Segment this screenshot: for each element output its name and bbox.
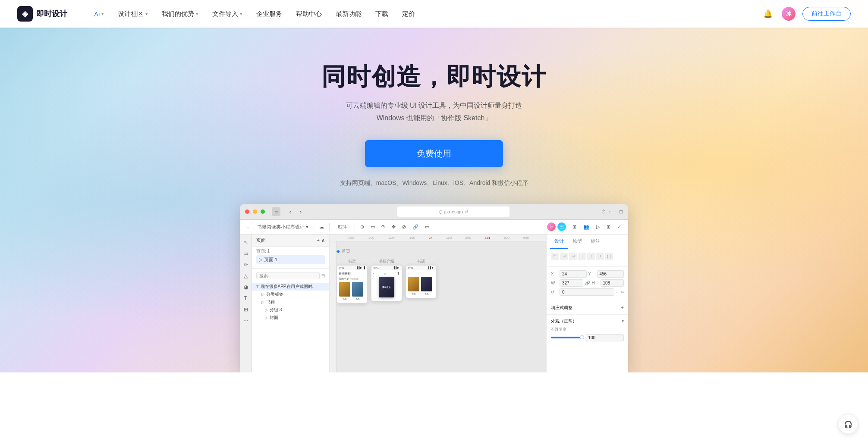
align-top[interactable]: ⊤	[578, 253, 586, 260]
nav-item-download[interactable]: 下载	[369, 7, 394, 21]
panel-tab-annotation[interactable]: 标注	[586, 235, 604, 249]
opacity-value[interactable]: 100	[586, 334, 624, 341]
free-use-button[interactable]: 免费使用	[365, 140, 503, 167]
flip-icon[interactable]: ⇔	[620, 290, 624, 294]
toolbar-collab-btn[interactable]: 👥	[581, 223, 592, 231]
sidebar-icon-image[interactable]: ⊞	[242, 305, 250, 314]
opacity-slider-thumb[interactable]	[580, 335, 584, 339]
align-center-v[interactable]: ⊥	[587, 253, 595, 260]
tool-hand[interactable]: ✥	[389, 223, 398, 231]
tree-icon-folder-3: ▷	[261, 300, 264, 304]
sidebar-icon-shape[interactable]: △	[242, 272, 250, 280]
nav-item-community[interactable]: 设计社区 ▾	[112, 7, 154, 21]
browser-plus-icon[interactable]: +	[614, 209, 616, 214]
toolbar-image-btn[interactable]: ⊞	[570, 223, 579, 231]
tree-item-1[interactable]: T 现在很多APP在用户截图时...	[252, 283, 329, 291]
tool-frame[interactable]: ▭	[368, 223, 377, 231]
phone-frame-3[interactable]: 9:41 ▐▐ ▶ ‹	[406, 265, 437, 298]
canvas-frame-label: ◆ 首页	[337, 248, 539, 254]
toolbar-menu-btn[interactable]: ≡	[244, 223, 252, 231]
browser-back-btn[interactable]: ‹	[286, 207, 295, 216]
book-cover-title1: 森林之火	[382, 286, 391, 289]
y-value[interactable]: 456	[597, 270, 624, 278]
zoom-minus[interactable]: −	[332, 225, 337, 229]
page-item-1[interactable]: ▷ 页面 1	[256, 255, 325, 264]
opacity-slider[interactable]	[551, 337, 584, 338]
nav-item-advantages[interactable]: 我们的优势 ▾	[156, 7, 204, 21]
h-value[interactable]: 108	[601, 279, 624, 287]
tree-item-4[interactable]: ▷ 分组 3	[252, 306, 329, 314]
rotation-value[interactable]: 0	[560, 288, 614, 296]
browser-share-icon[interactable]: ⏱	[601, 209, 606, 214]
nav-item-new[interactable]: 最新功能	[330, 7, 368, 21]
align-center-h[interactable]: ⊣	[560, 253, 568, 260]
nav-item-enterprise[interactable]: 企业服务	[250, 7, 288, 21]
phone-frame-2[interactable]: 9:41 ▐▐ ▶ ‹ ▷ ⬆	[371, 265, 402, 301]
toolbar-check-btn[interactable]: ✓	[615, 223, 624, 231]
align-left[interactable]: ⊢	[551, 253, 559, 260]
nav-enterprise-label: 企业服务	[256, 10, 282, 18]
book-title-3a: 书名	[412, 292, 416, 295]
toolbar-mode-btn[interactable]: ☁	[317, 223, 327, 231]
sidebar-icon-pen[interactable]: ✏	[242, 260, 250, 269]
sidebar-icon-blob[interactable]: ◕	[242, 283, 250, 291]
browser-address-bar[interactable]: ⬡ js.design ↺	[397, 206, 509, 217]
sidebar-icon-more[interactable]: ⋯	[242, 316, 250, 325]
sidebar-icon-text[interactable]: T	[242, 294, 250, 303]
layers-collapse-icon[interactable]: ∧	[321, 238, 325, 243]
search-input[interactable]	[256, 272, 320, 279]
appearance-chevron[interactable]: ▾	[622, 319, 624, 323]
browser-download-icon[interactable]: ↑	[609, 209, 611, 214]
app-canvas[interactable]: -400 -300 -200 -100 24 100 200 351 500 6…	[330, 235, 546, 372]
filter-icon[interactable]: ⊟	[321, 273, 325, 278]
distribute[interactable]: ⋮⋮	[605, 253, 613, 260]
browser-grid-icon[interactable]: ⊞	[619, 209, 623, 215]
panel-responsive-section: 响应式调整 +	[547, 301, 628, 315]
tree-item-2[interactable]: ▷ 分类标签	[252, 291, 329, 298]
responsive-add-icon[interactable]: +	[621, 305, 624, 311]
x-value[interactable]: 24	[560, 270, 587, 278]
sidebar-icon-frame[interactable]: ▭	[242, 249, 250, 258]
browser-forward-btn[interactable]: ›	[296, 207, 305, 216]
nav-logo[interactable]: ◈ 即时设计	[17, 6, 67, 22]
toolbar-play-btn[interactable]: ▷	[594, 223, 602, 231]
w-value[interactable]: 327	[560, 279, 583, 287]
nav-item-pricing[interactable]: 定价	[396, 7, 421, 21]
tool-rotate[interactable]: ↷	[379, 223, 388, 231]
toolbar-export-btn[interactable]: ⊞	[604, 223, 613, 231]
tool-comment[interactable]: 🔗	[410, 223, 421, 231]
align-right[interactable]: ⊣	[569, 253, 577, 260]
layers-add-icon[interactable]: +	[317, 238, 320, 243]
phone-frame-1[interactable]: 9:41 ▐▐ ▶ ▐ 云南旅行 我的书架 书店商场	[337, 265, 368, 303]
bell-icon[interactable]: 🔔	[761, 7, 775, 21]
panel-tab-prototype[interactable]: 原型	[568, 235, 586, 249]
tool-share[interactable]: ▭	[422, 223, 432, 231]
browser-maximize-dot[interactable]	[261, 209, 265, 214]
nav-item-help[interactable]: 帮助中心	[290, 7, 328, 21]
nav-advantages-chevron: ▾	[196, 11, 198, 17]
tree-item-5[interactable]: ▷ 封面	[252, 314, 329, 322]
browser-btn-group: ▭	[272, 207, 280, 216]
layers-header: 页面 + ∧	[252, 235, 329, 247]
lock-ratio-icon[interactable]: 🔗	[585, 281, 590, 285]
toolbar-filename[interactable]: 书籍阅读类小程序设计 ▾	[255, 222, 311, 231]
panel-tab-design[interactable]: 设计	[550, 235, 568, 249]
browser-close-dot[interactable]	[245, 209, 249, 214]
sidebar-icon-cursor[interactable]: ↖	[242, 238, 250, 247]
align-bottom[interactable]: ⊥	[596, 253, 604, 260]
tree-label-5: 封面	[270, 315, 278, 321]
browser-minimize-dot[interactable]	[253, 209, 257, 214]
book-cover-content: 森林之火	[382, 286, 391, 289]
float-help-button[interactable]: 🎧	[839, 415, 858, 434]
goto-workspace-button[interactable]: 前往工作台	[802, 7, 851, 21]
tool-link[interactable]: ⊘	[399, 223, 409, 231]
nav-item-import[interactable]: 文件导入 ▾	[206, 7, 248, 21]
panel-rotation-row: ↺ 0 ⌐ ⇔	[551, 288, 624, 296]
browser-square-btn[interactable]: ▭	[272, 207, 280, 216]
tool-select[interactable]: ⊕	[358, 223, 367, 231]
ai-label: Ai	[94, 10, 100, 18]
zoom-plus[interactable]: +	[348, 225, 352, 229]
nav-item-ai[interactable]: Ai ▾	[88, 8, 110, 20]
tree-item-3[interactable]: ▷ 书籍	[252, 298, 329, 306]
layers-title: 页面	[256, 237, 266, 244]
